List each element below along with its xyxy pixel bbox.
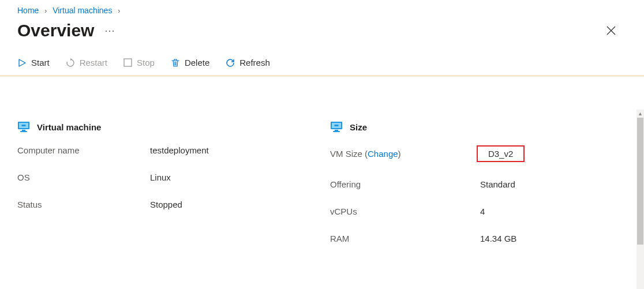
stop-label: Stop <box>137 58 155 67</box>
size-section: Size VM Size (Change) D3_v2 Offering Sta… <box>330 121 620 261</box>
svg-rect-5 <box>20 131 27 132</box>
start-label: Start <box>31 58 50 67</box>
play-icon <box>17 58 27 67</box>
vcpus-value: 4 <box>480 207 485 216</box>
status-value: Stopped <box>150 200 182 209</box>
svg-rect-8 <box>335 125 339 126</box>
vm-size-label: VM Size (Change) <box>330 149 480 159</box>
breadcrumb-home[interactable]: Home <box>17 6 39 15</box>
vm-size-value-wrap: D3_v2 <box>480 145 525 162</box>
content-scroll-area: Virtual machine Computer name testdeploy… <box>0 110 637 289</box>
close-icon <box>606 25 616 36</box>
delete-label: Delete <box>185 58 209 67</box>
refresh-label: Refresh <box>239 58 270 67</box>
trash-icon <box>171 58 180 67</box>
breadcrumb: Home › Virtual machines › <box>0 0 644 18</box>
svg-rect-0 <box>124 59 132 66</box>
svg-rect-4 <box>22 130 25 131</box>
scroll-up-arrow-icon: ▲ <box>636 110 644 118</box>
vcpus-label: vCPUs <box>330 207 480 216</box>
vm-section-title: Virtual machine <box>37 122 101 132</box>
more-actions-button[interactable]: ··· <box>104 25 115 37</box>
chevron-right-icon: › <box>118 7 120 15</box>
offering-value: Standard <box>480 179 515 189</box>
stop-icon <box>123 58 132 67</box>
page-header: Overview ··· <box>0 18 644 52</box>
svg-rect-10 <box>333 131 340 132</box>
restart-label: Restart <box>80 58 107 67</box>
refresh-icon <box>226 58 235 67</box>
svg-rect-9 <box>335 130 338 131</box>
vertical-scrollbar[interactable]: ▲ <box>636 110 644 289</box>
vm-size-label-suffix: ) <box>398 149 401 159</box>
vm-monitor-icon <box>17 121 30 133</box>
change-vm-size-link[interactable]: Change <box>368 149 398 159</box>
refresh-button[interactable]: Refresh <box>226 58 270 67</box>
start-button[interactable]: Start <box>17 58 50 67</box>
size-monitor-icon <box>330 121 343 133</box>
computer-name-label: Computer name <box>17 145 150 155</box>
os-value: Linux <box>150 172 171 182</box>
vm-size-value: D3_v2 <box>477 145 525 162</box>
stop-button: Stop <box>123 58 155 67</box>
page-title: Overview <box>17 21 94 40</box>
ram-label: RAM <box>330 234 480 243</box>
virtual-machine-section: Virtual machine Computer name testdeploy… <box>17 121 307 261</box>
status-label: Status <box>17 200 150 209</box>
scrollbar-thumb[interactable] <box>637 118 643 245</box>
computer-name-value: testdeployment <box>150 145 209 155</box>
size-section-title: Size <box>350 122 367 132</box>
os-label: OS <box>17 172 150 182</box>
ram-value: 14.34 GB <box>480 234 516 243</box>
breadcrumb-virtual-machines[interactable]: Virtual machines <box>53 6 112 15</box>
restart-button: Restart <box>66 58 107 67</box>
toolbar: Start Restart Stop Delete Refresh <box>0 52 644 76</box>
close-button[interactable] <box>606 25 616 36</box>
delete-button[interactable]: Delete <box>171 58 209 67</box>
restart-icon <box>66 58 75 67</box>
svg-rect-3 <box>22 125 26 126</box>
chevron-right-icon: › <box>44 7 47 15</box>
vm-size-label-prefix: VM Size ( <box>330 149 368 159</box>
offering-label: Offering <box>330 179 480 189</box>
